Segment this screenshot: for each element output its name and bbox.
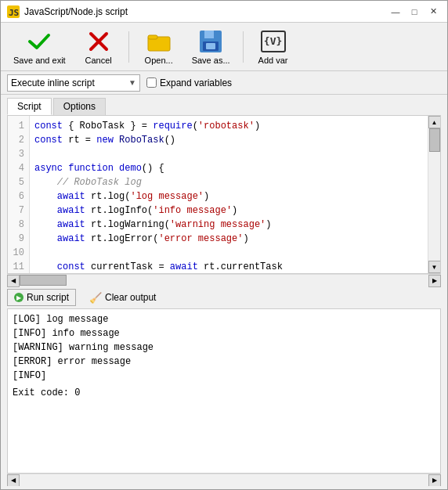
tab-bar: Script Options xyxy=(1,95,447,115)
output-line-2: [INFO] info message xyxy=(13,326,435,340)
run-label: Run script xyxy=(27,292,69,303)
save-exit-button[interactable]: Save and exit xyxy=(7,26,72,68)
clear-label: Clear output xyxy=(105,292,156,303)
output-scroll-right[interactable]: ▶ xyxy=(428,474,441,487)
chevron-down-icon: ▼ xyxy=(128,78,136,87)
code-content[interactable]: const { RoboTask } = require('robotask')… xyxy=(30,116,428,273)
title-bar: JS JavaScript/Node.js script — □ ✕ xyxy=(1,1,447,23)
scroll-thumb[interactable] xyxy=(429,128,440,152)
save-icon xyxy=(198,29,223,54)
run-script-button[interactable]: ▶ Run script xyxy=(7,289,76,306)
play-icon: ▶ xyxy=(14,293,23,302)
toolbar-separator-2 xyxy=(243,31,244,63)
window-title: JavaScript/Node.js script xyxy=(24,6,383,17)
options-bar: Execute inline script ▼ Expand variables xyxy=(1,71,447,95)
cancel-label: Cancel xyxy=(85,56,112,65)
horizontal-scroll-track[interactable] xyxy=(20,275,428,286)
broom-icon: 🧹 xyxy=(89,292,102,304)
add-var-icon: {V} xyxy=(261,29,286,54)
dropdown-value: Execute inline script xyxy=(11,77,95,88)
svg-rect-5 xyxy=(148,35,157,39)
toolbar-separator xyxy=(128,31,129,63)
window-icon: JS xyxy=(7,5,20,18)
cancel-button[interactable]: Cancel xyxy=(75,26,122,68)
open-label: Open... xyxy=(145,56,173,65)
horizontal-scroll-thumb[interactable] xyxy=(20,275,67,286)
folder-icon xyxy=(146,29,172,54)
scroll-up-button[interactable]: ▲ xyxy=(428,116,441,128)
script-mode-dropdown[interactable]: Execute inline script ▼ xyxy=(7,74,140,92)
output-line-3: [WARNING] warning message xyxy=(13,340,435,355)
scroll-right-button[interactable]: ▶ xyxy=(428,275,441,287)
output-content: [LOG] log message [INFO] info message [W… xyxy=(13,312,435,470)
output-scroll-track[interactable] xyxy=(20,474,428,486)
expand-variables-label[interactable]: Expand variables xyxy=(146,77,232,88)
tab-script[interactable]: Script xyxy=(7,98,52,115)
scroll-track[interactable] xyxy=(428,128,440,261)
output-scroll-left[interactable]: ◀ xyxy=(7,474,20,487)
expand-variables-text: Expand variables xyxy=(160,77,232,88)
output-area: [LOG] log message [INFO] info message [W… xyxy=(7,308,441,474)
horizontal-scrollbar[interactable]: ◀ ▶ xyxy=(7,274,441,286)
output-scrollbar[interactable]: ◀ ▶ xyxy=(7,474,441,486)
main-window: JS JavaScript/Node.js script — □ ✕ Save … xyxy=(0,0,448,490)
output-line-5: [INFO] xyxy=(13,369,435,383)
output-line-1: [LOG] log message xyxy=(13,312,435,326)
save-as-label: Save as... xyxy=(192,56,230,65)
expand-variables-checkbox[interactable] xyxy=(146,77,157,88)
close-button[interactable]: ✕ xyxy=(425,4,441,20)
tab-options[interactable]: Options xyxy=(53,98,106,115)
clear-output-button[interactable]: 🧹 Clear output xyxy=(82,289,163,306)
add-var-label: Add var xyxy=(258,56,288,65)
maximize-button[interactable]: □ xyxy=(406,4,422,20)
window-controls: — □ ✕ xyxy=(388,4,441,20)
open-button[interactable]: Open... xyxy=(135,26,182,68)
bottom-bar xyxy=(1,486,447,489)
minimize-button[interactable]: — xyxy=(388,4,403,20)
code-editor[interactable]: 1 2 3 4 5 6 7 8 9 10 11 12 13 14 15 16 c… xyxy=(7,115,441,274)
scroll-left-button[interactable]: ◀ xyxy=(7,275,20,287)
exit-code-line: Exit code: 0 xyxy=(13,386,435,400)
toolbar: Save and exit Cancel Open... xyxy=(1,23,447,71)
svg-rect-7 xyxy=(204,31,214,38)
line-numbers: 1 2 3 4 5 6 7 8 9 10 11 12 13 14 15 16 xyxy=(8,116,30,273)
scroll-down-button[interactable]: ▼ xyxy=(428,261,441,273)
output-line-4: [ERROR] error message xyxy=(13,355,435,369)
action-bar: ▶ Run script 🧹 Clear output xyxy=(1,286,447,308)
cancel-icon xyxy=(86,29,111,54)
save-as-button[interactable]: Save as... xyxy=(186,26,237,68)
checkmark-icon xyxy=(27,29,52,54)
save-exit-label: Save and exit xyxy=(13,56,66,65)
vertical-scrollbar[interactable]: ▲ ▼ xyxy=(428,116,440,273)
svg-text:JS: JS xyxy=(9,8,19,18)
svg-rect-9 xyxy=(206,43,215,49)
add-var-button[interactable]: {V} Add var xyxy=(250,26,297,68)
